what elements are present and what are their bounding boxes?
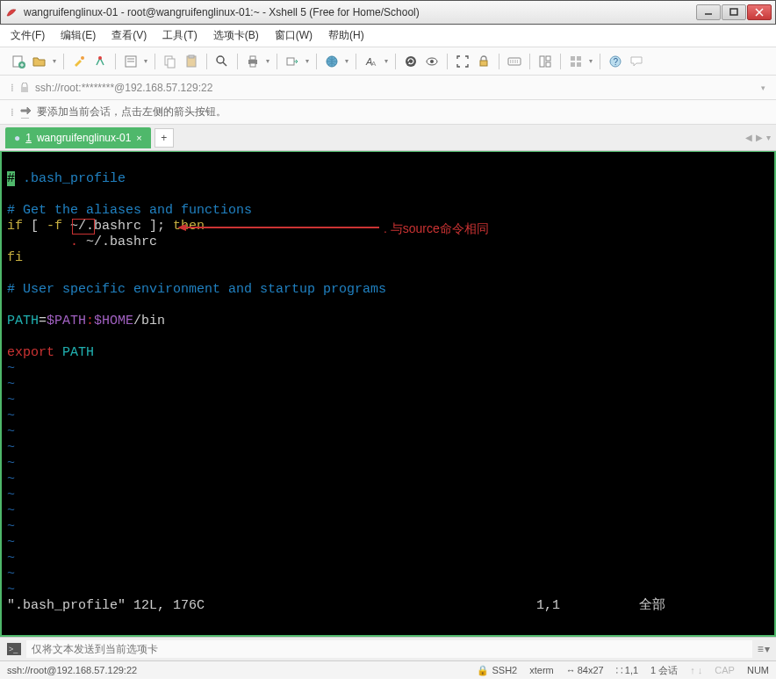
terminal-tilde: ~ — [7, 582, 15, 597]
search-icon[interactable] — [214, 54, 230, 69]
refresh-icon[interactable] — [403, 54, 419, 69]
paste-icon[interactable] — [183, 54, 199, 69]
status-size: ↔84x27 — [566, 665, 604, 675]
svg-rect-36 — [571, 56, 575, 61]
status-num: NUM — [747, 665, 769, 675]
svg-point-17 — [217, 56, 224, 63]
svg-point-9 — [98, 56, 102, 60]
eye-icon[interactable] — [424, 54, 440, 69]
menu-file[interactable]: 文件(F) — [11, 28, 45, 43]
terminal-tilde: ~ — [7, 503, 15, 518]
svg-rect-14 — [168, 59, 175, 68]
separator — [63, 54, 64, 69]
separator — [529, 54, 530, 69]
separator — [447, 54, 448, 69]
terminal-tilde: ~ — [7, 487, 15, 502]
open-icon[interactable] — [32, 54, 47, 69]
layout-icon[interactable] — [537, 54, 553, 69]
terminal-tilde: ~ — [7, 440, 15, 455]
font-icon[interactable]: AA — [363, 54, 379, 69]
properties-icon[interactable] — [123, 54, 139, 69]
help-icon[interactable]: ? — [607, 54, 623, 69]
status-session: 1 会话 — [650, 664, 678, 677]
prompt-icon: >_ — [7, 643, 21, 655]
svg-rect-39 — [577, 62, 581, 67]
menu-tab[interactable]: 选项卡(B) — [213, 28, 259, 43]
terminal-tilde: ~ — [7, 456, 15, 471]
annotation-arrow-head — [177, 224, 186, 231]
fullscreen-icon[interactable] — [455, 54, 471, 69]
transfer-icon[interactable] — [284, 54, 300, 69]
close-button[interactable] — [747, 4, 772, 20]
annotation-box — [72, 219, 95, 235]
highlight-icon[interactable] — [71, 54, 87, 69]
svg-rect-34 — [546, 56, 550, 61]
separator — [499, 54, 499, 69]
svg-point-8 — [81, 56, 84, 60]
keyboard-icon[interactable] — [507, 54, 522, 69]
terminal-tilde: ~ — [7, 377, 15, 392]
terminal-text: export — [7, 345, 54, 360]
menu-edit[interactable]: 编辑(E) — [61, 28, 96, 43]
minimize-button[interactable] — [696, 4, 721, 20]
input-menu-icon[interactable]: ≡ ▾ — [758, 643, 769, 655]
copy-icon[interactable] — [162, 54, 178, 69]
menu-tools[interactable]: 工具(T) — [162, 28, 197, 43]
terminal-tilde: ~ — [7, 361, 15, 376]
status-connection: ssh://root@192.168.57.129:22 — [7, 665, 137, 675]
dropdown-arrow-icon[interactable]: ▾ — [761, 83, 765, 92]
new-icon[interactable] — [11, 54, 26, 69]
grid-icon[interactable] — [568, 54, 584, 69]
tab-next-icon[interactable]: ▶ — [756, 133, 763, 142]
dropdown-handle-icon[interactable]: ⁞ — [11, 82, 14, 94]
address-bar: ⁞ ▾ — [0, 76, 776, 100]
address-input[interactable] — [35, 82, 756, 94]
window-titlebar: wangruifenglinux-01 - root@wangruifengli… — [0, 0, 776, 25]
terminal-tilde: ~ — [7, 535, 15, 550]
terminal-text: PATH — [62, 345, 94, 360]
globe-icon[interactable] — [324, 54, 340, 69]
svg-rect-29 — [480, 61, 487, 66]
tab-close-icon[interactable]: × — [136, 133, 141, 143]
svg-rect-20 — [250, 56, 255, 60]
maximize-button[interactable] — [722, 4, 746, 20]
print-icon[interactable] — [245, 54, 261, 69]
window-title: wangruifenglinux-01 - root@wangruifengli… — [24, 6, 696, 18]
dropdown-arrow-icon[interactable]: ▾ — [345, 57, 348, 65]
terminal-tilde: ~ — [7, 424, 15, 439]
dropdown-arrow-icon[interactable]: ▾ — [589, 57, 593, 65]
menu-window[interactable]: 窗口(W) — [275, 28, 313, 43]
feedback-icon[interactable] — [629, 54, 644, 69]
tab-prev-icon[interactable]: ◀ — [745, 133, 752, 142]
svg-rect-16 — [189, 55, 194, 58]
svg-rect-42 — [21, 87, 28, 92]
send-input[interactable] — [26, 640, 752, 658]
svg-rect-21 — [250, 63, 255, 67]
window-buttons — [696, 4, 772, 20]
lock-icon[interactable] — [476, 54, 492, 69]
tab-menu-icon[interactable]: ▾ — [766, 133, 771, 142]
tab-add-button[interactable]: + — [154, 128, 174, 148]
dropdown-arrow-icon[interactable]: ▾ — [384, 57, 388, 65]
tab-index: 1 — [25, 132, 32, 144]
dropdown-handle-icon[interactable]: ⁞ — [11, 106, 14, 119]
dropdown-arrow-icon[interactable]: ▾ — [305, 57, 309, 65]
dropdown-arrow-icon[interactable]: ▾ — [266, 57, 269, 65]
terminal[interactable]: # .bash_profile # Get the aliases and fu… — [0, 151, 776, 637]
separator — [560, 54, 561, 69]
svg-rect-22 — [287, 58, 294, 65]
menu-view[interactable]: 查看(V) — [111, 28, 147, 43]
dropdown-arrow-icon[interactable]: ▾ — [144, 57, 147, 65]
menu-help[interactable]: 帮助(H) — [328, 28, 364, 43]
terminal-text — [54, 345, 62, 360]
terminal-text: # User specific environment and startup … — [7, 282, 386, 297]
vim-status: ".bash_profile" 12L, 176C — [7, 598, 205, 613]
arrow-add-icon[interactable] — [19, 106, 32, 119]
terminal-text: ~/.bashrc — [78, 235, 157, 249]
reconnect-icon[interactable] — [92, 54, 108, 69]
terminal-text: fi — [7, 250, 23, 265]
dropdown-arrow-icon[interactable]: ▾ — [53, 57, 56, 65]
status-nav[interactable]: ↑ ↓ — [690, 665, 702, 675]
session-tab[interactable]: ● 1 wangruifenglinux-01 × — [5, 127, 151, 148]
hint-bar: ⁞ 要添加当前会话，点击左侧的箭头按钮。 — [0, 100, 776, 125]
